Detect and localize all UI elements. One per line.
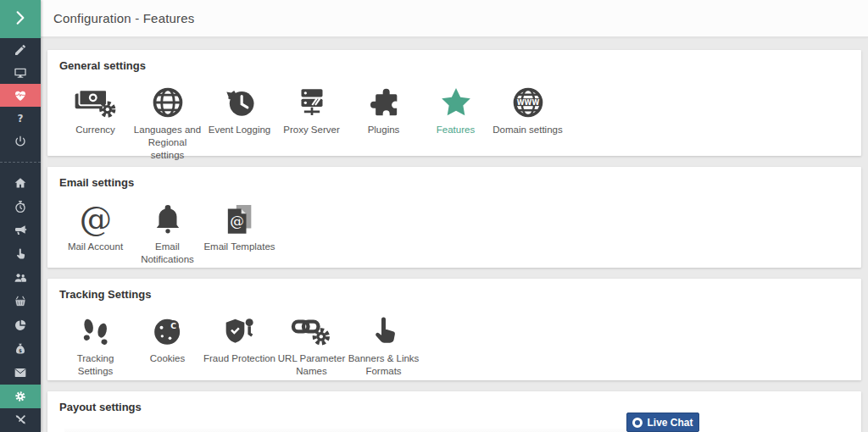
- feature-label: Email Notifications: [131, 241, 203, 266]
- app-window: ?$ Configuration - Features General sett…: [0, 0, 868, 432]
- sidebar-item-money-bag[interactable]: $: [0, 337, 41, 361]
- sidebar-item-pie-chart[interactable]: [0, 313, 41, 337]
- svg-text:@: @: [230, 213, 244, 230]
- chevron-right-icon: [12, 9, 29, 30]
- sidebar-item-users[interactable]: [0, 266, 41, 290]
- sidebar-item-heart-pulse[interactable]: [0, 84, 41, 107]
- live-chat-icon: [632, 418, 643, 428]
- main-area: Configuration - Features General setting…: [41, 0, 868, 432]
- hand-up-icon: [367, 313, 401, 350]
- bell-icon: [151, 201, 185, 238]
- svg-text:$: $: [19, 348, 22, 353]
- section-title: Payout settings: [59, 401, 849, 413]
- sidebar-item-envelope[interactable]: [0, 361, 41, 385]
- link-gear-icon: [291, 313, 333, 350]
- section-items-row: [59, 413, 849, 432]
- feature-label: Banners & Links Formats: [348, 352, 420, 378]
- feature-url-parameter-names[interactable]: URL Parameter Names: [275, 313, 348, 378]
- feature-proxy-server[interactable]: Proxy Server: [275, 84, 348, 136]
- sidebar-divider: [0, 152, 41, 171]
- svg-text:WWW: WWW: [516, 99, 539, 107]
- feature-features[interactable]: Features: [420, 84, 492, 136]
- feature-mail-account[interactable]: @Mail Account: [59, 201, 131, 253]
- page-title: Configuration - Features: [53, 11, 195, 25]
- sidebar-item-pencil[interactable]: [0, 38, 41, 61]
- section-general-settings: General settings CurrencyLanguages and R…: [47, 50, 861, 156]
- pie-chart-icon: [14, 318, 27, 332]
- feature-label: Domain settings: [492, 124, 562, 136]
- monitor-icon: [14, 66, 27, 80]
- sidebar-item-question[interactable]: ?: [0, 107, 41, 130]
- feature-domain-settings[interactable]: WWWDomain settings: [492, 84, 564, 136]
- section-tracking-settings: Tracking Settings Tracking SettingsCCook…: [47, 279, 861, 380]
- feature-label: Cookies: [150, 352, 186, 365]
- megaphone-icon: [14, 224, 27, 237]
- section-items-row: @Mail AccountEmail Notifications@Email T…: [59, 189, 849, 274]
- feature-fraud-protection[interactable]: Fraud Protection: [203, 313, 275, 365]
- feature-email-templates[interactable]: @Email Templates: [203, 201, 275, 253]
- feature-label: Features: [437, 124, 475, 136]
- svg-text:?: ?: [18, 113, 24, 125]
- globe-icon: [151, 84, 185, 121]
- svg-text:C: C: [170, 321, 176, 330]
- pencil-icon: [14, 43, 27, 57]
- feature-label: Languages and Regional settings: [131, 124, 203, 162]
- sidebar-item-hand-pointer[interactable]: [0, 242, 41, 266]
- feature-languages-and-regional-settings[interactable]: Languages and Regional settings: [131, 84, 203, 162]
- feature-label: Tracking Settings: [59, 352, 131, 378]
- sidebar-item-tools[interactable]: [0, 408, 41, 432]
- stopwatch-icon: [14, 200, 27, 213]
- feature-label: URL Parameter Names: [275, 352, 348, 378]
- feature-label: Email Templates: [203, 241, 275, 253]
- sidebar-item-monitor[interactable]: [0, 61, 41, 84]
- at-sign-icon: @: [79, 201, 113, 238]
- sidebar-nav: ?$: [0, 38, 41, 432]
- sidebar-item-gear[interactable]: [0, 385, 41, 408]
- basket-icon: [14, 295, 27, 308]
- topbar: Configuration - Features: [41, 0, 868, 37]
- sidebar-item-home[interactable]: [0, 171, 41, 195]
- section-payout-settings: Payout settings: [47, 391, 861, 432]
- users-icon: [14, 271, 27, 285]
- content: General settings CurrencyLanguages and R…: [41, 37, 868, 432]
- feature-plugins[interactable]: Plugins: [348, 84, 420, 136]
- section-title: Tracking Settings: [59, 288, 849, 301]
- feature-label: Proxy Server: [283, 124, 339, 136]
- feature-label: Mail Account: [68, 241, 123, 253]
- star-icon: [439, 84, 473, 121]
- hand-pointer-icon: [14, 247, 27, 261]
- feature-currency[interactable]: Currency: [59, 84, 131, 136]
- proxy-server-icon: [295, 84, 329, 121]
- globe-www-icon: WWW: [511, 84, 545, 121]
- sidebar-item-stopwatch[interactable]: [0, 195, 41, 219]
- feature-label: Fraud Protection: [203, 352, 275, 365]
- feature-label: Event Logging: [209, 124, 271, 136]
- shield-key-icon: [223, 313, 257, 350]
- footprints-icon: [79, 313, 113, 350]
- feature-tracking-settings[interactable]: Tracking Settings: [59, 313, 131, 378]
- feature-banners-links-formats[interactable]: Banners & Links Formats: [348, 313, 420, 378]
- sidebar-item-power[interactable]: [0, 130, 41, 152]
- sidebar: ?$: [0, 0, 41, 432]
- heart-pulse-icon: [14, 89, 27, 102]
- feature-label: Plugins: [368, 124, 400, 136]
- tools-icon: [14, 413, 27, 427]
- sidebar-toggle-button[interactable]: [0, 0, 41, 38]
- live-chat-button[interactable]: Live Chat: [626, 413, 699, 432]
- cookie-icon: C: [151, 313, 185, 350]
- sidebar-item-megaphone[interactable]: [0, 219, 41, 242]
- section-title: Email settings: [59, 176, 849, 189]
- section-email-settings: Email settings @Mail AccountEmail Notifi…: [47, 167, 861, 268]
- svg-text:@: @: [79, 202, 111, 236]
- section-items-row: CurrencyLanguages and Regional settingsE…: [59, 72, 849, 170]
- plugins-icon: [367, 84, 401, 121]
- money-bag-icon: $: [14, 342, 27, 356]
- currency-icon: [74, 84, 118, 121]
- feature-email-notifications[interactable]: Email Notifications: [131, 201, 203, 266]
- feature-event-logging[interactable]: Event Logging: [203, 84, 275, 136]
- email-template-icon: @: [223, 201, 257, 238]
- feature-cookies[interactable]: CCookies: [131, 313, 203, 365]
- sidebar-item-basket[interactable]: [0, 290, 41, 313]
- live-chat-label: Live Chat: [647, 417, 693, 429]
- home-icon: [14, 176, 27, 190]
